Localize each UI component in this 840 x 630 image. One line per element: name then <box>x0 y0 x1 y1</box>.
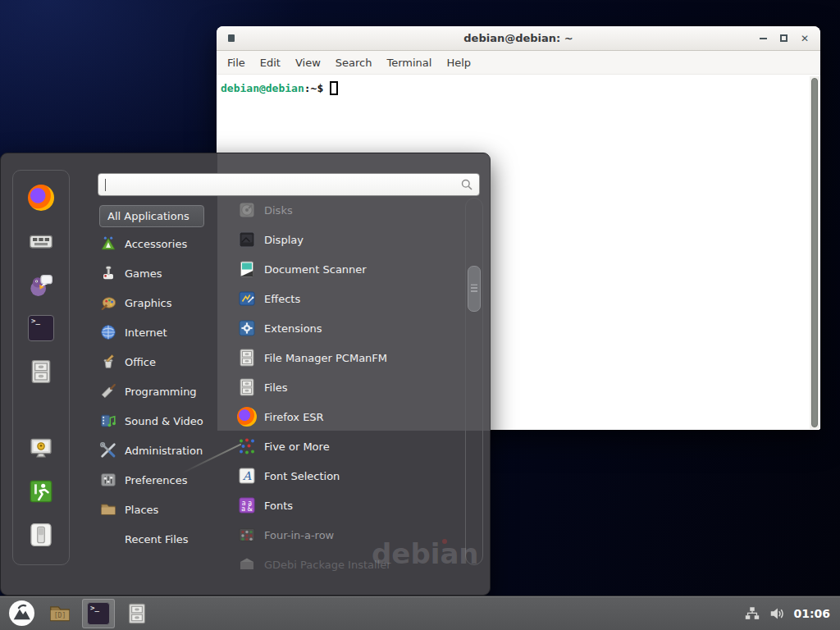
file-cabinet-icon[interactable] <box>28 358 54 385</box>
menu-search[interactable]: Search <box>328 54 380 71</box>
display-icon <box>237 230 257 249</box>
prompt-user: debian@debian <box>221 82 304 94</box>
category-graphics[interactable]: Graphics <box>99 288 221 317</box>
prompt-path: :~$ <box>304 82 323 94</box>
office-icon <box>99 353 117 371</box>
document-scanner-icon <box>237 259 257 279</box>
pidgin-icon[interactable] <box>28 272 54 298</box>
lock-screen-icon[interactable] <box>28 435 54 461</box>
terminal-titlebar[interactable]: debian@debian: ~ <box>217 26 820 51</box>
application-menu: All Applications Accessories <box>0 153 491 596</box>
minimize-icon[interactable] <box>760 38 767 39</box>
programming-icon <box>99 382 117 400</box>
app-firefox-esr[interactable]: Firefox ESR <box>237 402 465 431</box>
app-effects[interactable]: Effects <box>237 284 465 313</box>
gdebi-icon <box>237 555 257 574</box>
window-title: debian@debian: ~ <box>217 32 820 44</box>
file-cabinet-icon <box>126 602 148 625</box>
firefox-icon[interactable] <box>28 185 54 211</box>
debian-watermark: debian <box>372 537 479 570</box>
close-icon[interactable] <box>801 34 809 43</box>
menu-terminal[interactable]: Terminal <box>379 54 439 71</box>
terminal-icon[interactable] <box>28 315 54 341</box>
games-icon <box>99 264 117 282</box>
all-applications-button[interactable]: All Applications <box>99 205 204 227</box>
app-font-selection[interactable]: A Font Selection <box>237 461 465 491</box>
shut-down-icon[interactable] <box>28 522 54 548</box>
category-games[interactable]: Games <box>99 258 221 288</box>
terminal-task-button[interactable] <box>82 599 115 628</box>
category-recent-files[interactable]: Recent Files <box>99 524 221 554</box>
favorites-sidebar <box>12 170 70 565</box>
folder-icon: [D] <box>48 601 72 626</box>
shell-prompt: debian@debian:~$ <box>217 75 820 95</box>
disks-icon <box>237 200 257 220</box>
app-extensions[interactable]: Extensions <box>237 313 465 343</box>
clock[interactable]: 01:06 <box>793 607 830 620</box>
keyboard-icon[interactable] <box>28 228 54 254</box>
file-cabinet-icon <box>237 377 257 397</box>
menu-scrollbar[interactable] <box>465 198 483 565</box>
desktop: debian@debian: ~ File Edit View Search T… <box>0 0 840 630</box>
category-programming[interactable]: Programming <box>99 377 221 406</box>
terminal-menubar: File Edit View Search Terminal Help <box>217 51 820 75</box>
effects-icon <box>237 289 257 308</box>
terminal-scrollbar[interactable] <box>810 76 819 429</box>
category-places[interactable]: Places <box>99 495 221 524</box>
file-cabinet-launcher[interactable] <box>121 599 153 628</box>
app-five-or-more[interactable]: Five or More <box>237 431 465 461</box>
file-manager-launcher[interactable]: [D] <box>43 599 76 628</box>
no-icon <box>99 530 117 548</box>
category-internet[interactable]: Internet <box>99 317 221 347</box>
app-menu-button[interactable] <box>5 599 38 628</box>
maximize-icon[interactable] <box>780 34 788 42</box>
menu-view[interactable]: View <box>288 54 328 71</box>
category-preferences[interactable]: Preferences <box>99 465 221 495</box>
volume-icon[interactable] <box>769 605 785 622</box>
taskbar: [D] 01:06 <box>0 596 840 630</box>
svg-text:a &: a & <box>241 505 253 513</box>
extensions-icon <box>237 318 257 338</box>
app-display[interactable]: Display <box>237 225 465 254</box>
app-disks[interactable]: Disks <box>237 195 465 225</box>
places-icon <box>99 500 117 518</box>
app-files[interactable]: Files <box>237 372 465 402</box>
menu-edit[interactable]: Edit <box>253 54 288 71</box>
search-icon <box>461 179 472 190</box>
svg-text:[D]: [D] <box>54 611 66 619</box>
window-icon <box>228 34 235 42</box>
firefox-icon <box>237 407 257 427</box>
category-column: All Applications Accessories <box>99 205 221 554</box>
category-administration[interactable]: Administration <box>99 436 221 465</box>
five-or-more-icon <box>237 436 257 456</box>
app-file-manager-pcmanfm[interactable]: File Manager PCManFM <box>237 343 465 372</box>
category-sound-video[interactable]: Sound & Video <box>99 406 221 436</box>
menu-file[interactable]: File <box>220 54 253 71</box>
app-menu-icon <box>8 600 35 627</box>
search-input[interactable] <box>106 179 461 191</box>
administration-icon <box>99 441 117 459</box>
app-fonts[interactable]: a a a & Fonts <box>237 491 465 520</box>
internet-icon <box>99 323 117 341</box>
svg-text:A: A <box>242 469 252 482</box>
menu-scrollbar-thumb[interactable] <box>468 266 481 312</box>
text-cursor <box>330 81 338 95</box>
network-icon[interactable] <box>744 605 760 622</box>
category-office[interactable]: Office <box>99 347 221 377</box>
fonts-icon: a a a & <box>237 495 257 515</box>
scrollbar-grip-icon <box>471 285 477 294</box>
terminal-icon <box>87 602 110 625</box>
menu-help[interactable]: Help <box>439 54 478 71</box>
app-document-scanner[interactable]: Document Scanner <box>237 254 465 284</box>
accessories-icon <box>99 235 117 253</box>
scrollbar-thumb[interactable] <box>811 78 818 427</box>
graphics-icon <box>99 294 117 312</box>
four-in-a-row-icon <box>237 525 257 545</box>
category-accessories[interactable]: Accessories <box>99 229 221 258</box>
search-box[interactable] <box>98 173 480 196</box>
font-selection-icon: A <box>237 466 257 486</box>
file-cabinet-icon <box>237 348 257 368</box>
preferences-icon <box>99 471 117 489</box>
log-out-icon[interactable] <box>28 478 54 504</box>
application-list: Disks Display Document Scanner <box>237 195 465 579</box>
